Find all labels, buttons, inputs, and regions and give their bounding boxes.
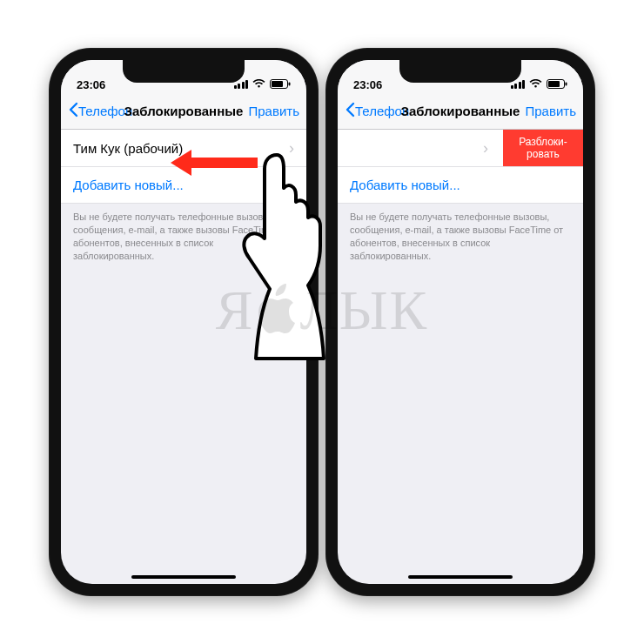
nav-edit-button[interactable]: Править bbox=[526, 104, 577, 118]
nav-back-label: Телефон bbox=[355, 104, 409, 118]
contact-name: Тим Кук (рабочий) bbox=[73, 141, 183, 156]
list-footnote: Вы не будете получать телефонные вызовы,… bbox=[338, 204, 583, 269]
unblock-label-line2: ровать bbox=[527, 148, 560, 160]
status-time: 23:06 bbox=[77, 78, 105, 91]
nav-back-label: Телефон bbox=[78, 104, 132, 118]
svg-rect-2 bbox=[289, 83, 291, 86]
battery-icon bbox=[270, 78, 291, 91]
wifi-icon bbox=[252, 78, 265, 91]
svg-rect-5 bbox=[566, 83, 567, 86]
svg-rect-4 bbox=[548, 81, 560, 87]
status-time: 23:06 bbox=[353, 78, 382, 91]
home-indicator[interactable] bbox=[131, 575, 236, 579]
status-right bbox=[511, 78, 568, 91]
status-right bbox=[234, 78, 292, 91]
nav-back-button[interactable]: Телефон bbox=[345, 102, 409, 120]
unblock-label-line1: Разблоки- bbox=[519, 136, 567, 148]
chevron-right-icon: › bbox=[483, 140, 488, 156]
phone-right: 23:06 Те bbox=[325, 48, 595, 596]
nav-bar: Телефон Заблокированные Править bbox=[338, 93, 583, 130]
blocked-contact-row[interactable]: (рабочий) › Разблоки- ровать bbox=[338, 130, 583, 167]
chevron-left-icon bbox=[345, 102, 355, 120]
unblock-button[interactable]: Разблоки- ровать bbox=[503, 130, 583, 166]
notch bbox=[399, 60, 521, 83]
svg-rect-1 bbox=[272, 81, 283, 87]
blocked-list: (рабочий) › Разблоки- ровать Добавить но… bbox=[338, 130, 583, 204]
nav-bar: Телефон Заблокированные Править bbox=[61, 93, 306, 130]
notch bbox=[123, 60, 245, 83]
add-new-button[interactable]: Добавить новый... bbox=[338, 167, 583, 204]
chevron-left-icon bbox=[68, 102, 78, 120]
hand-pointer-icon bbox=[233, 143, 338, 364]
screen: 23:06 Те bbox=[338, 60, 583, 584]
home-indicator[interactable] bbox=[408, 575, 513, 579]
battery-icon bbox=[547, 78, 567, 91]
nav-back-button[interactable]: Телефон bbox=[68, 102, 132, 120]
nav-edit-button[interactable]: Править bbox=[249, 104, 300, 118]
wifi-icon bbox=[529, 78, 542, 91]
